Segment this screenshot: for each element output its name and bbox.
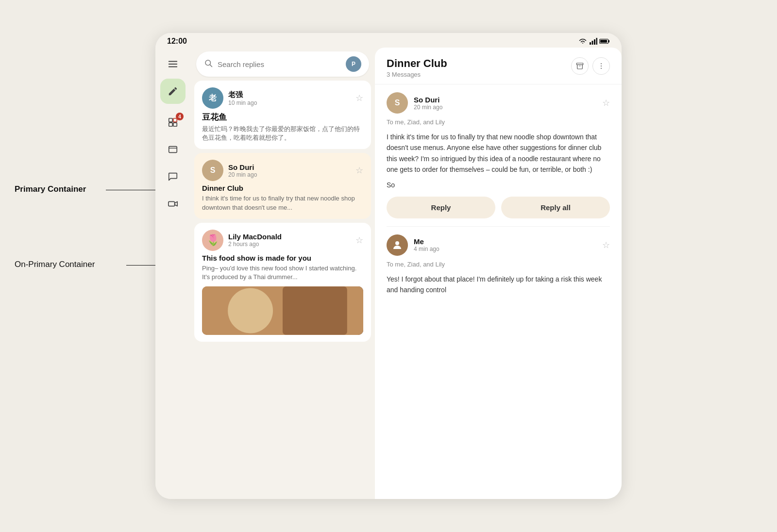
sidebar-item-updates[interactable]: 4 [160,110,186,135]
sidebar-item-menu[interactable] [160,51,186,77]
message-signature-1: So [387,181,610,189]
avatar-laoquiang: 老 [202,87,223,109]
message-sender-info-1: So Duri 20 min ago [414,96,596,111]
search-icon [204,59,213,70]
message-sender-name-2: Me [414,237,596,246]
annotation-on-primary-label: On-Primary Container [15,260,95,269]
menu-icon [168,59,178,69]
search-input[interactable] [218,60,341,68]
message-recipients-1: To me, Ziad, and Lily [387,118,610,126]
message-body-2: Yes! I forgot about that place! I'm defi… [387,274,610,296]
annotation-primary-label: Primary Container [15,184,86,194]
sidebar-item-chat[interactable] [160,164,186,189]
svg-rect-5 [608,40,609,43]
avatar-soduri: S [202,160,223,181]
message-body-1: I think it's time for us to finally try … [387,132,610,175]
message-sender-name-1: So Duri [414,96,596,104]
detail-title: Dinner Club [387,57,447,70]
svg-point-21 [601,63,602,64]
svg-point-23 [601,68,602,69]
messages-icon [168,144,178,155]
email-preview-2: I think it's time for us to finally try … [202,194,363,212]
main-content: 4 [155,48,622,499]
chat-icon [168,171,178,182]
detail-scroll[interactable]: S So Duri 20 min ago ☆ To me, Ziad, and … [375,84,622,499]
svg-rect-16 [169,201,175,206]
sender-info-1: 老强 10 min ago [228,90,351,106]
svg-rect-19 [576,63,583,65]
message-avatar-2 [387,234,408,256]
email-item-3[interactable]: 🌷 Lily MacDonald 2 hours ago ☆ This food… [194,223,371,342]
status-bar: 12:00 [155,33,622,48]
archive-button[interactable] [571,57,589,75]
reply-all-button[interactable]: Reply all [501,197,610,218]
status-time: 12:00 [167,37,187,46]
message-recipients-2: To me, Ziad, and Lily [387,261,610,268]
star-1[interactable]: ☆ [355,93,363,103]
svg-rect-3 [596,38,598,45]
sidebar-item-video[interactable] [160,191,186,216]
star-3[interactable]: ☆ [355,235,363,246]
sender-name-1: 老强 [228,90,351,100]
message-avatar-1: S [387,92,408,114]
sender-name-3: Lily MacDonald [228,233,351,241]
email-time-3: 2 hours ago [228,241,351,248]
updates-badge: 4 [176,113,184,120]
signal-icon [590,38,597,45]
message-time-2: 4 min ago [414,246,596,252]
detail-header-text: Dinner Club 3 Messages [387,57,447,78]
svg-rect-13 [173,123,177,126]
search-bar[interactable]: P [196,51,369,77]
email-item-1[interactable]: 老 老强 10 min ago ☆ 豆花鱼 最近忙吗？昨晚我去了你最爱的那家饭馆… [194,81,371,149]
avatar-lily: 🌷 [202,230,223,251]
phone-frame: 12:00 [155,33,622,499]
svg-rect-1 [592,41,593,45]
star-2[interactable]: ☆ [355,165,363,176]
reply-button[interactable]: Reply [387,197,495,218]
compose-icon [168,86,178,97]
email-time-2: 20 min ago [228,171,351,178]
email-list-scroll[interactable]: 老 老强 10 min ago ☆ 豆花鱼 最近忙吗？昨晚我去了你最爱的那家饭馆… [190,81,375,499]
status-icons [578,38,610,45]
svg-rect-12 [169,123,172,126]
email-preview-1: 最近忙吗？昨晚我去了你最爱的那家饭馆，点了他们的特色豆花鱼，吃着吃着就想你了。 [202,125,363,142]
svg-line-18 [210,65,212,66]
email-detail: Dinner Club 3 Messages [375,48,622,499]
email-item-2[interactable]: S So Duri 20 min ago ☆ Dinner Club I thi… [194,153,371,218]
battery-icon [599,38,610,44]
email-subject-3: This food show is made for you [202,254,363,262]
reply-actions: Reply Reply all [387,197,610,218]
svg-point-22 [601,66,602,66]
message-star-2[interactable]: ☆ [602,240,610,250]
detail-header: Dinner Club 3 Messages [375,48,622,84]
page-wrapper: Primary Container On-Primary Container 1… [0,0,777,532]
email-subject-1: 豆花鱼 [202,112,363,123]
message-sender-info-2: Me 4 min ago [414,237,596,252]
email-list: P 老 老强 10 min ago ☆ 豆 [190,48,375,499]
detail-subtitle: 3 Messages [387,71,447,78]
message-card-1: S So Duri 20 min ago ☆ To me, Ziad, and … [387,92,610,218]
svg-rect-14 [169,147,177,153]
message-card-2: Me 4 min ago ☆ To me, Ziad, and Lily Yes… [387,234,610,296]
detail-actions [571,57,610,75]
svg-rect-6 [600,40,607,43]
message-time-1: 20 min ago [414,104,596,111]
message-header-1: S So Duri 20 min ago ☆ [387,92,610,114]
sidebar-item-compose[interactable] [160,79,186,104]
email-time-1: 10 min ago [228,100,351,106]
email-preview-3: Ping– you'd love this new food show I st… [202,264,363,282]
message-header-2: Me 4 min ago ☆ [387,234,610,256]
email-thumbnail [202,286,363,335]
svg-rect-10 [169,118,172,122]
wifi-icon [578,38,588,45]
more-options-button[interactable] [592,57,610,75]
sender-name-2: So Duri [228,163,351,171]
message-divider [387,226,610,227]
message-star-1[interactable]: ☆ [602,98,610,108]
sidebar: 4 [155,48,190,499]
sidebar-item-messages[interactable] [160,137,186,162]
svg-rect-2 [594,39,595,45]
sender-info-2: So Duri 20 min ago [228,163,351,178]
email-subject-2: Dinner Club [202,184,363,192]
video-icon [168,199,178,209]
